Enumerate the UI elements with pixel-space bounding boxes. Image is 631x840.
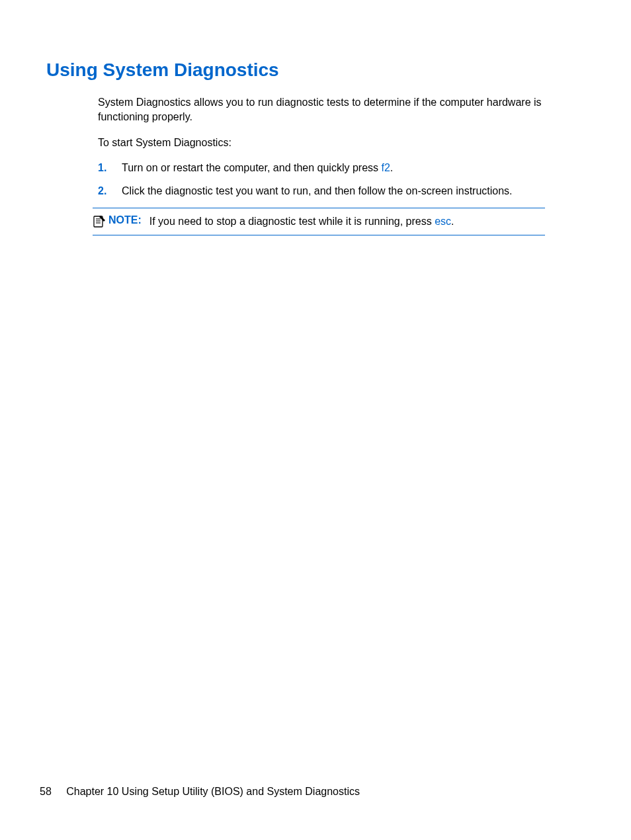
note-text: If you need to stop a diagnostic test wh… (149, 214, 454, 229)
step-text: Click the diagnostic test you want to ru… (122, 184, 545, 198)
start-label: To start System Diagnostics: (98, 136, 545, 150)
note-box: NOTE: If you need to stop a diagnostic t… (93, 208, 545, 235)
page-footer: 58 Chapter 10 Using Setup Utility (BIOS)… (40, 786, 360, 798)
step-number: 2. (98, 184, 122, 198)
key-f2: f2 (382, 162, 390, 173)
key-esc: esc (435, 216, 451, 227)
step-text-suffix: . (390, 162, 393, 173)
note-label: NOTE: (108, 214, 142, 226)
note-text-prefix: If you need to stop a diagnostic test wh… (149, 216, 435, 227)
note-icon (93, 214, 106, 228)
chapter-label: Chapter 10 Using Setup Utility (BIOS) an… (66, 786, 360, 797)
page-heading: Using System Diagnostics (46, 60, 585, 81)
body-text: System Diagnostics allows you to run dia… (98, 95, 545, 198)
step-text-prefix: Click the diagnostic test you want to ru… (122, 185, 513, 196)
step-1: 1. Turn on or restart the computer, and … (98, 161, 545, 175)
step-number: 1. (98, 161, 122, 175)
page-content: Using System Diagnostics System Diagnost… (0, 0, 631, 235)
intro-paragraph: System Diagnostics allows you to run dia… (98, 95, 545, 125)
step-2: 2. Click the diagnostic test you want to… (98, 184, 545, 198)
step-text: Turn on or restart the computer, and the… (122, 161, 545, 175)
step-text-prefix: Turn on or restart the computer, and the… (122, 162, 382, 173)
note-text-suffix: . (451, 216, 454, 227)
page-number: 58 (40, 786, 52, 797)
